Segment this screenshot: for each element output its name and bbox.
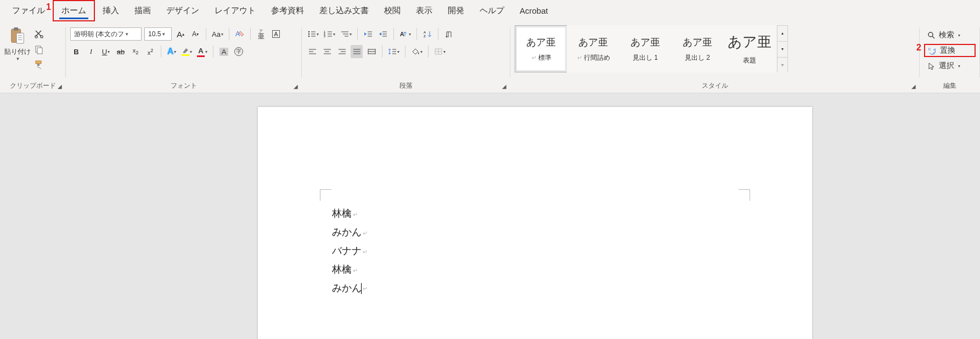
replace-icon: bc [928,47,937,55]
replace-button[interactable]: 2 bc 置換 [924,44,976,57]
style-heading2[interactable]: あア亜 見出し 2 [671,25,724,72]
replace-label: 置換 [940,46,955,55]
brush-icon [34,60,44,70]
strikethrough-button[interactable]: ab [115,45,127,58]
separator [393,28,394,40]
gallery-up[interactable]: ▴ [778,26,787,41]
copy-button[interactable] [33,43,45,56]
tab-view[interactable]: 表示 [408,1,440,20]
tab-references[interactable]: 参考資料 [263,1,312,20]
tab-file[interactable]: ファイル [4,1,53,20]
clear-format-button[interactable]: A [234,27,246,41]
tab-help[interactable]: ヘルプ [472,1,512,20]
underline-label: U [102,48,107,56]
separator [250,28,251,40]
align-justify-button[interactable] [351,45,363,58]
gallery-down[interactable]: ▾ [778,41,787,57]
paste-icon [9,26,26,46]
enclose-button[interactable]: 字 [233,45,245,58]
group-font: 游明朝 (本文のフ▼ 10.5▼ A▴ A▾ Aa▾ A ア 亜 A B I [66,22,302,93]
char-shading-button[interactable]: A [218,45,230,58]
font-name-combo[interactable]: 游明朝 (本文のフ▼ [70,27,142,41]
style-preview: あア亜 [526,36,556,49]
char-shading-icon: A [219,48,229,56]
underline-button[interactable]: U▾ [100,45,112,58]
paragraph[interactable]: みかん↵ [332,223,368,242]
svg-text:A: A [400,31,404,37]
tab-developer[interactable]: 開発 [440,1,472,20]
select-button[interactable]: 選択 ▾ [924,59,976,72]
paragraph[interactable]: 林檎↵ [332,205,368,223]
gallery-more[interactable]: ▿ [778,57,787,73]
svg-point-7 [41,36,43,38]
italic-button[interactable]: I [85,45,97,58]
sort-button[interactable]: AZ [421,27,433,41]
paragraph[interactable]: 林檎↵ [332,261,368,279]
font-size-combo[interactable]: 10.5▼ [144,27,172,41]
style-normal[interactable]: あア亜 ↵ 標準 [515,25,567,72]
change-case-button[interactable]: Aa▾ [211,27,224,41]
clipboard-launcher[interactable]: ◢ [56,83,64,91]
copy-icon [34,44,44,54]
shrink-font-button[interactable]: A▾ [189,27,201,41]
style-heading1[interactable]: あア亜 見出し 1 [619,25,672,72]
tab-layout[interactable]: レイアウト [207,1,263,20]
numbering-button[interactable]: 123▾ [323,27,336,41]
tab-home[interactable]: 1 ホーム [53,0,95,21]
style-gallery: あア亜 ↵ 標準 あア亜 ↵ 行間詰め あア亜 見出し 1 あア亜 見出し 2 … [515,25,915,72]
line-spacing-icon [388,48,397,55]
enclose-char-button[interactable]: A [270,27,282,41]
style-preview: あア亜 [728,32,771,52]
tab-mailings[interactable]: 差し込み文書 [312,1,376,20]
separator [416,28,417,40]
phonetic-guide-button[interactable]: ア 亜 [255,27,267,41]
ruby-icon: ア 亜 [258,29,264,39]
text-effects-button[interactable]: A▾ [166,45,178,58]
increase-indent-button[interactable] [377,27,389,41]
align-center-button[interactable] [321,45,333,58]
styles-launcher[interactable]: ◢ [910,83,917,91]
tab-acrobat[interactable]: Acrobat [512,2,556,20]
pilcrow-icon [444,30,453,38]
font-launcher[interactable]: ◢ [292,83,300,91]
superscript-button[interactable]: x2 [144,45,156,58]
find-button[interactable]: 検索 ▾ [924,29,976,42]
multilevel-button[interactable]: ▾ [339,27,353,41]
align-right-button[interactable] [336,45,348,58]
text-direction-button[interactable]: A▾ [398,27,412,41]
paste-button[interactable]: 貼り付け ▼ [4,25,31,71]
paragraph[interactable]: バナナ↵ [332,242,368,261]
document-body[interactable]: 林檎↵ みかん↵ バナナ↵ 林檎↵ みかん↵ [332,205,368,297]
para-launcher[interactable]: ◢ [500,83,508,91]
borders-button[interactable]: ▾ [433,45,447,58]
group-font-label: フォント [66,81,302,91]
style-nospacing[interactable]: あア亜 ↵ 行間詰め [567,25,619,72]
tab-draw[interactable]: 描画 [127,1,159,20]
tab-design[interactable]: デザイン [159,1,207,20]
bullets-button[interactable]: ▾ [306,27,320,41]
menu-bar: ファイル 1 ホーム 挿入 描画 デザイン レイアウト 参考資料 差し込み文書 … [0,0,980,22]
format-painter-button[interactable] [33,58,45,71]
grow-font-button[interactable]: A▴ [174,27,187,41]
line-spacing-button[interactable]: ▾ [387,45,401,58]
shading-button[interactable]: ▾ [410,45,424,58]
bold-button[interactable]: B [70,45,82,58]
distribute-button[interactable] [365,45,378,58]
tab-review[interactable]: 校閲 [376,1,408,20]
font-color-button[interactable]: A▾ [196,45,209,58]
style-title[interactable]: あア亜 表題 [723,25,776,72]
page[interactable]: 林檎↵ みかん↵ バナナ↵ 林檎↵ みかん↵ [258,107,812,339]
show-marks-button[interactable] [443,27,455,41]
highlight-button[interactable]: ▾ [181,45,193,58]
decrease-indent-button[interactable] [362,27,374,41]
paragraph[interactable]: みかん↵ [332,279,368,298]
svg-line-61 [932,36,934,38]
tab-insert[interactable]: 挿入 [95,1,127,20]
cut-button[interactable] [33,27,45,41]
align-left-button[interactable] [306,45,318,58]
svg-rect-10 [36,61,41,64]
italic-label: I [90,47,92,56]
document-area[interactable]: 林檎↵ みかん↵ バナナ↵ 林檎↵ みかん↵ [0,93,980,339]
subscript-button[interactable]: x2 [129,45,142,58]
superscript-icon: x2 [148,48,154,56]
